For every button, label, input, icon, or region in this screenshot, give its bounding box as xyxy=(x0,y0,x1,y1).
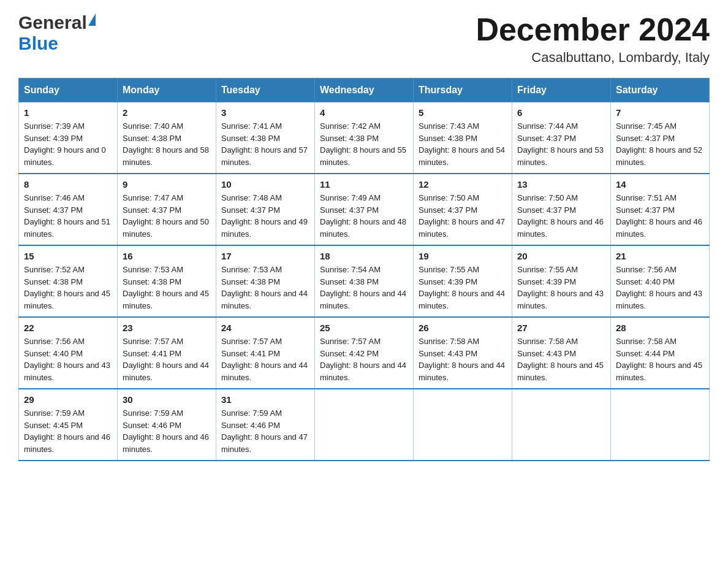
calendar-cell: 8Sunrise: 7:46 AMSunset: 4:37 PMDaylight… xyxy=(19,174,118,245)
calendar-cell: 12Sunrise: 7:50 AMSunset: 4:37 PMDayligh… xyxy=(414,174,512,245)
day-number: 13 xyxy=(517,179,605,190)
calendar-cell: 10Sunrise: 7:48 AMSunset: 4:37 PMDayligh… xyxy=(216,174,315,245)
header-sunday: Sunday xyxy=(19,79,118,102)
calendar-cell: 1Sunrise: 7:39 AMSunset: 4:39 PMDaylight… xyxy=(19,102,118,174)
day-number: 11 xyxy=(320,179,408,190)
day-number: 23 xyxy=(123,323,211,333)
calendar-cell: 29Sunrise: 7:59 AMSunset: 4:45 PMDayligh… xyxy=(19,389,118,461)
day-number: 1 xyxy=(24,107,112,118)
day-info: Sunrise: 7:49 AMSunset: 4:37 PMDaylight:… xyxy=(320,192,408,240)
day-number: 28 xyxy=(616,323,704,333)
day-info: Sunrise: 7:50 AMSunset: 4:37 PMDaylight:… xyxy=(517,192,605,240)
calendar-cell: 13Sunrise: 7:50 AMSunset: 4:37 PMDayligh… xyxy=(512,174,611,245)
title-section: December 2024 Casalbuttano, Lombardy, It… xyxy=(476,12,710,66)
day-number: 21 xyxy=(616,251,704,261)
day-number: 16 xyxy=(123,251,211,261)
header-thursday: Thursday xyxy=(414,79,512,102)
calendar-cell: 21Sunrise: 7:56 AMSunset: 4:40 PMDayligh… xyxy=(611,245,710,317)
day-info: Sunrise: 7:54 AMSunset: 4:38 PMDaylight:… xyxy=(320,264,408,312)
calendar-cell xyxy=(512,389,611,461)
day-info: Sunrise: 7:52 AMSunset: 4:38 PMDaylight:… xyxy=(24,264,112,312)
calendar-cell xyxy=(315,389,414,461)
day-info: Sunrise: 7:40 AMSunset: 4:38 PMDaylight:… xyxy=(123,120,211,168)
day-info: Sunrise: 7:56 AMSunset: 4:40 PMDaylight:… xyxy=(24,335,112,383)
day-number: 31 xyxy=(221,394,309,405)
calendar-cell: 18Sunrise: 7:54 AMSunset: 4:38 PMDayligh… xyxy=(315,245,414,317)
header-friday: Friday xyxy=(512,79,611,102)
calendar-week-4: 22Sunrise: 7:56 AMSunset: 4:40 PMDayligh… xyxy=(19,317,710,389)
calendar-week-3: 15Sunrise: 7:52 AMSunset: 4:38 PMDayligh… xyxy=(19,245,710,317)
calendar-cell: 4Sunrise: 7:42 AMSunset: 4:38 PMDaylight… xyxy=(315,102,414,174)
logo: General Blue xyxy=(18,12,96,54)
calendar-week-2: 8Sunrise: 7:46 AMSunset: 4:37 PMDaylight… xyxy=(19,174,710,245)
day-number: 14 xyxy=(616,179,704,190)
day-number: 19 xyxy=(419,251,507,261)
day-number: 29 xyxy=(24,394,112,405)
day-info: Sunrise: 7:59 AMSunset: 4:46 PMDaylight:… xyxy=(221,407,309,455)
calendar-title: December 2024 xyxy=(476,12,710,47)
day-info: Sunrise: 7:53 AMSunset: 4:38 PMDaylight:… xyxy=(123,264,211,312)
day-info: Sunrise: 7:39 AMSunset: 4:39 PMDaylight:… xyxy=(24,120,112,168)
day-info: Sunrise: 7:48 AMSunset: 4:37 PMDaylight:… xyxy=(221,192,309,240)
calendar-header-row: SundayMondayTuesdayWednesdayThursdayFrid… xyxy=(19,79,710,102)
day-number: 15 xyxy=(24,251,112,261)
day-info: Sunrise: 7:45 AMSunset: 4:37 PMDaylight:… xyxy=(616,120,704,168)
calendar-cell: 23Sunrise: 7:57 AMSunset: 4:41 PMDayligh… xyxy=(118,317,216,389)
day-number: 9 xyxy=(123,179,211,190)
calendar-cell: 14Sunrise: 7:51 AMSunset: 4:37 PMDayligh… xyxy=(611,174,710,245)
day-info: Sunrise: 7:53 AMSunset: 4:38 PMDaylight:… xyxy=(221,264,309,312)
day-info: Sunrise: 7:55 AMSunset: 4:39 PMDaylight:… xyxy=(517,264,605,312)
day-number: 30 xyxy=(123,394,211,405)
day-info: Sunrise: 7:46 AMSunset: 4:37 PMDaylight:… xyxy=(24,192,112,240)
day-info: Sunrise: 7:55 AMSunset: 4:39 PMDaylight:… xyxy=(419,264,507,312)
day-number: 10 xyxy=(221,179,309,190)
calendar-week-1: 1Sunrise: 7:39 AMSunset: 4:39 PMDaylight… xyxy=(19,102,710,174)
header-wednesday: Wednesday xyxy=(315,79,414,102)
day-info: Sunrise: 7:57 AMSunset: 4:42 PMDaylight:… xyxy=(320,335,408,383)
calendar-cell: 28Sunrise: 7:58 AMSunset: 4:44 PMDayligh… xyxy=(611,317,710,389)
calendar-cell: 7Sunrise: 7:45 AMSunset: 4:37 PMDaylight… xyxy=(611,102,710,174)
day-number: 24 xyxy=(221,323,309,333)
day-info: Sunrise: 7:47 AMSunset: 4:37 PMDaylight:… xyxy=(123,192,211,240)
day-number: 22 xyxy=(24,323,112,333)
calendar-cell: 11Sunrise: 7:49 AMSunset: 4:37 PMDayligh… xyxy=(315,174,414,245)
calendar-cell: 19Sunrise: 7:55 AMSunset: 4:39 PMDayligh… xyxy=(414,245,512,317)
calendar-cell: 27Sunrise: 7:58 AMSunset: 4:43 PMDayligh… xyxy=(512,317,611,389)
day-number: 26 xyxy=(419,323,507,333)
day-info: Sunrise: 7:58 AMSunset: 4:43 PMDaylight:… xyxy=(419,335,507,383)
day-info: Sunrise: 7:58 AMSunset: 4:43 PMDaylight:… xyxy=(517,335,605,383)
day-info: Sunrise: 7:42 AMSunset: 4:38 PMDaylight:… xyxy=(320,120,408,168)
day-info: Sunrise: 7:51 AMSunset: 4:37 PMDaylight:… xyxy=(616,192,704,240)
calendar-cell: 17Sunrise: 7:53 AMSunset: 4:38 PMDayligh… xyxy=(216,245,315,317)
day-number: 3 xyxy=(221,107,309,118)
calendar-cell: 5Sunrise: 7:43 AMSunset: 4:38 PMDaylight… xyxy=(414,102,512,174)
day-info: Sunrise: 7:41 AMSunset: 4:38 PMDaylight:… xyxy=(221,120,309,168)
calendar-cell: 2Sunrise: 7:40 AMSunset: 4:38 PMDaylight… xyxy=(118,102,216,174)
day-number: 6 xyxy=(517,107,605,118)
header-monday: Monday xyxy=(118,79,216,102)
calendar-week-5: 29Sunrise: 7:59 AMSunset: 4:45 PMDayligh… xyxy=(19,389,710,461)
calendar-cell: 15Sunrise: 7:52 AMSunset: 4:38 PMDayligh… xyxy=(19,245,118,317)
calendar-cell: 9Sunrise: 7:47 AMSunset: 4:37 PMDaylight… xyxy=(118,174,216,245)
calendar-cell: 16Sunrise: 7:53 AMSunset: 4:38 PMDayligh… xyxy=(118,245,216,317)
logo-general: General xyxy=(18,12,87,33)
day-info: Sunrise: 7:43 AMSunset: 4:38 PMDaylight:… xyxy=(419,120,507,168)
calendar-table: SundayMondayTuesdayWednesdayThursdayFrid… xyxy=(18,78,710,461)
day-info: Sunrise: 7:57 AMSunset: 4:41 PMDaylight:… xyxy=(123,335,211,383)
calendar-cell: 6Sunrise: 7:44 AMSunset: 4:37 PMDaylight… xyxy=(512,102,611,174)
day-number: 12 xyxy=(419,179,507,190)
day-number: 2 xyxy=(123,107,211,118)
calendar-cell: 22Sunrise: 7:56 AMSunset: 4:40 PMDayligh… xyxy=(19,317,118,389)
day-number: 4 xyxy=(320,107,408,118)
day-number: 7 xyxy=(616,107,704,118)
day-info: Sunrise: 7:44 AMSunset: 4:37 PMDaylight:… xyxy=(517,120,605,168)
day-info: Sunrise: 7:57 AMSunset: 4:41 PMDaylight:… xyxy=(221,335,309,383)
calendar-cell xyxy=(414,389,512,461)
day-number: 18 xyxy=(320,251,408,261)
day-number: 17 xyxy=(221,251,309,261)
day-info: Sunrise: 7:58 AMSunset: 4:44 PMDaylight:… xyxy=(616,335,704,383)
calendar-cell: 20Sunrise: 7:55 AMSunset: 4:39 PMDayligh… xyxy=(512,245,611,317)
page-header: General Blue December 2024 Casalbuttano,… xyxy=(18,12,710,66)
calendar-cell: 3Sunrise: 7:41 AMSunset: 4:38 PMDaylight… xyxy=(216,102,315,174)
logo-blue: Blue xyxy=(18,33,58,54)
